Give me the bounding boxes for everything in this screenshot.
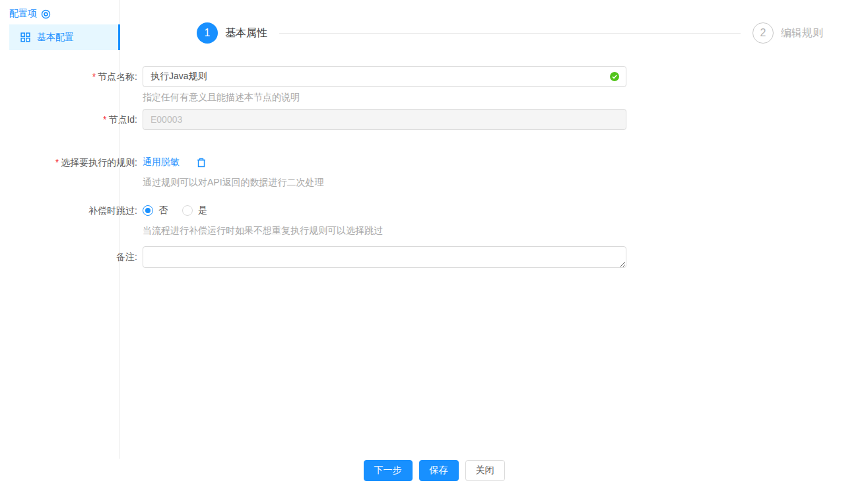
remark-textarea[interactable] — [143, 246, 626, 268]
form-row-rule: *选择要执行的规则: 通用脱敏 通过规则可 — [0, 152, 868, 189]
step-basic-properties: 1 基本属性 — [197, 22, 267, 44]
trash-icon — [197, 158, 206, 168]
check-circle-icon — [610, 72, 619, 81]
radio-yes-label: 是 — [198, 205, 207, 216]
node-name-input[interactable] — [143, 66, 626, 87]
form-row-remark: 备注: — [0, 246, 868, 270]
radio-button-unchecked[interactable] — [182, 205, 193, 216]
target-icon — [41, 9, 51, 19]
step-1-circle: 1 — [197, 22, 218, 44]
selected-rule-link[interactable]: 通用脱敏 — [143, 156, 180, 168]
step-2-circle: 2 — [752, 22, 774, 44]
node-id-input — [143, 109, 626, 130]
node-config-form: *节点名称: 指定任何有意义且能描述本节点的说明 *节点Id: — [0, 66, 868, 270]
step-2-title: 编辑规则 — [781, 26, 823, 40]
radio-button-checked[interactable] — [143, 205, 153, 216]
sidebar-item-basic-config[interactable]: 基本配置 — [9, 24, 120, 50]
sidebar-title: 配置项 — [9, 8, 119, 20]
steps: 1 基本属性 2 编辑规则 — [197, 22, 823, 44]
sidebar-title-label: 配置项 — [9, 8, 37, 20]
steps-connector — [279, 33, 741, 34]
sidebar: 配置项 基本配置 — [0, 0, 120, 459]
grid-icon — [20, 32, 30, 42]
rule-helper: 通过规则可以对API返回的数据进行二次处理 — [143, 176, 626, 189]
form-row-node-name: *节点名称: 指定任何有意义且能描述本节点的说明 — [0, 66, 868, 104]
skip-helper: 当流程进行补偿运行时如果不想重复执行规则可以选择跳过 — [143, 224, 626, 237]
radio-option-no[interactable]: 否 — [143, 205, 168, 216]
step-1-title: 基本属性 — [225, 26, 267, 40]
save-button[interactable]: 保存 — [419, 460, 459, 481]
main-panel: 1 基本属性 2 编辑规则 *节点名称: — [120, 0, 868, 270]
step-edit-rule: 2 编辑规则 — [752, 22, 823, 44]
radio-no-label: 否 — [158, 205, 168, 216]
next-step-button[interactable]: 下一步 — [364, 460, 413, 481]
node-name-helper: 指定任何有意义且能描述本节点的说明 — [143, 90, 626, 104]
delete-rule-button[interactable] — [197, 158, 206, 168]
footer-actions: 下一步 保存 关闭 — [0, 460, 868, 481]
form-row-skip: 补偿时跳过: 否 是 当流程进行补偿运行时如果不想重复执行规则可以选择跳过 — [0, 201, 868, 237]
radio-option-yes[interactable]: 是 — [182, 205, 207, 216]
sidebar-item-label: 基本配置 — [37, 32, 74, 44]
close-button[interactable]: 关闭 — [465, 460, 505, 481]
form-row-node-id: *节点Id: — [0, 109, 868, 130]
